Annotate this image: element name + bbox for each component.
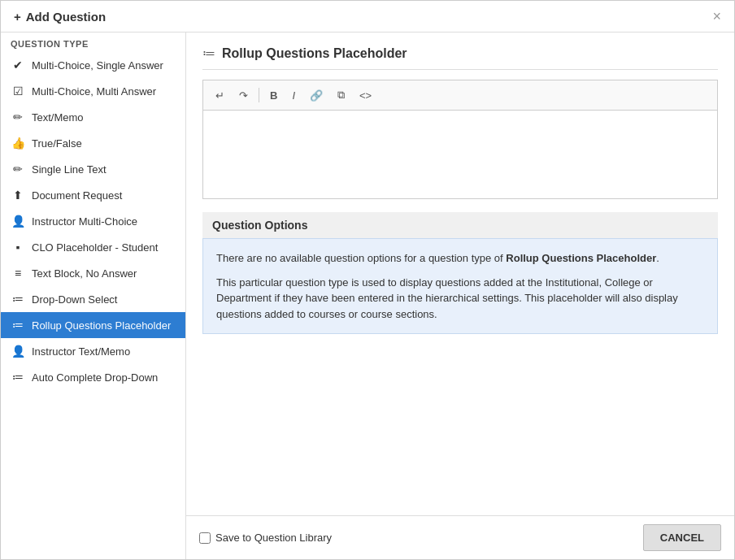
add-icon: + [14, 10, 21, 24]
sidebar: QUESTION TYPE ✔Multi-Choice, Single Answ… [1, 33, 186, 559]
sidebar-item-multi-choice-single[interactable]: ✔Multi-Choice, Single Answer [1, 52, 185, 78]
add-question-modal: + Add Question × QUESTION TYPE ✔Multi-Ch… [0, 0, 735, 560]
question-title-icon: ≔ [202, 46, 215, 61]
sidebar-item-single-line-text[interactable]: ✏Single Line Text [1, 156, 185, 182]
sidebar-label-auto-complete-dropdown: Auto Complete Drop-Down [32, 371, 158, 384]
question-options-header: Question Options [202, 212, 718, 238]
link-button[interactable]: 🔗 [304, 86, 328, 105]
sidebar-label-single-line-text: Single Line Text [32, 163, 107, 176]
sidebar-icon-true-false: 👍 [11, 136, 25, 150]
sidebar-item-true-false[interactable]: 👍True/False [1, 130, 185, 156]
modal-title: + Add Question [14, 10, 106, 24]
cancel-button[interactable]: CANCEL [643, 524, 721, 551]
sidebar-label-instructor-text-memo: Instructor Text/Memo [32, 345, 130, 358]
editor-area[interactable] [202, 110, 718, 199]
sidebar-item-instructor-multi-choice[interactable]: 👤Instructor Multi-Choice [1, 208, 185, 234]
sidebar-label-rollup-questions-placeholder: Rollup Questions Placeholder [32, 319, 171, 332]
modal-body: QUESTION TYPE ✔Multi-Choice, Single Answ… [1, 33, 734, 559]
sidebar-label-text-block-no-answer: Text Block, No Answer [32, 267, 137, 280]
question-title-text: Rollup Questions Placeholder [222, 46, 407, 61]
sidebar-icon-instructor-text-memo: 👤 [11, 344, 25, 358]
modal-header: + Add Question × [1, 1, 734, 33]
sidebar-label-true-false: True/False [32, 137, 82, 150]
copy-button[interactable]: ⧉ [332, 85, 350, 105]
sidebar-item-dropdown-select[interactable]: ≔Drop-Down Select [1, 286, 185, 312]
sidebar-item-instructor-text-memo[interactable]: 👤Instructor Text/Memo [1, 338, 185, 364]
sidebar-label-text-memo: Text/Memo [32, 111, 84, 124]
info-line-1: There are no available question options … [216, 250, 704, 267]
sidebar-item-rollup-questions-placeholder[interactable]: ≔Rollup Questions Placeholder [1, 312, 185, 338]
sidebar-item-multi-choice-multi[interactable]: ☑Multi-Choice, Multi Answer [1, 78, 185, 104]
sidebar-item-document-request[interactable]: ⬆Document Request [1, 182, 185, 208]
question-title-bar: ≔ Rollup Questions Placeholder [202, 46, 718, 70]
save-library-label: Save to Question Library [215, 532, 332, 544]
close-button[interactable]: × [712, 9, 721, 24]
sidebar-icon-rollup-questions-placeholder: ≔ [11, 318, 25, 332]
sidebar-icon-dropdown-select: ≔ [11, 292, 25, 306]
content-area: ≔ Rollup Questions Placeholder ↵ ↷ B I 🔗… [186, 33, 734, 559]
sidebar-items: ✔Multi-Choice, Single Answer☑Multi-Choic… [1, 52, 185, 390]
redo-button[interactable]: ↷ [233, 86, 254, 105]
sidebar-label-document-request: Document Request [32, 189, 122, 202]
sidebar-label-dropdown-select: Drop-Down Select [32, 293, 118, 306]
content-main: ≔ Rollup Questions Placeholder ↵ ↷ B I 🔗… [186, 33, 734, 515]
sidebar-label-multi-choice-single: Multi-Choice, Single Answer [32, 59, 163, 72]
sidebar-item-clo-placeholder-student[interactable]: ▪CLO Placeholder - Student [1, 234, 185, 260]
sidebar-label-clo-placeholder-student: CLO Placeholder - Student [32, 241, 158, 254]
sidebar-item-text-memo[interactable]: ✏Text/Memo [1, 104, 185, 130]
save-library-section: Save to Question Library [199, 532, 332, 544]
sidebar-item-auto-complete-dropdown[interactable]: ≔Auto Complete Drop-Down [1, 364, 185, 390]
save-library-checkbox[interactable] [199, 532, 211, 544]
sidebar-icon-auto-complete-dropdown: ≔ [11, 370, 25, 384]
sidebar-icon-multi-choice-single: ✔ [11, 58, 25, 72]
bold-button[interactable]: B [264, 86, 283, 105]
modal-footer: Save to Question Library CANCEL [186, 515, 734, 559]
sidebar-icon-text-memo: ✏ [11, 110, 25, 124]
sidebar-icon-clo-placeholder-student: ▪ [11, 240, 25, 254]
sidebar-section-title: QUESTION TYPE [1, 33, 185, 52]
sidebar-item-text-block-no-answer[interactable]: ≡Text Block, No Answer [1, 260, 185, 286]
sidebar-icon-text-block-no-answer: ≡ [11, 266, 25, 280]
sidebar-label-instructor-multi-choice: Instructor Multi-Choice [32, 215, 137, 228]
info-box: There are no available question options … [202, 238, 718, 334]
sidebar-icon-document-request: ⬆ [11, 188, 25, 202]
italic-button[interactable]: I [286, 86, 301, 105]
sidebar-icon-multi-choice-multi: ☑ [11, 84, 25, 98]
editor-toolbar: ↵ ↷ B I 🔗 ⧉ <> [202, 80, 718, 110]
sidebar-label-multi-choice-multi: Multi-Choice, Multi Answer [32, 85, 156, 98]
info-line-2: This particular question type is used to… [216, 275, 704, 323]
toolbar-divider-1 [259, 88, 259, 102]
code-button[interactable]: <> [354, 86, 377, 105]
sidebar-icon-instructor-multi-choice: 👤 [11, 214, 25, 228]
sidebar-icon-single-line-text: ✏ [11, 162, 25, 176]
undo-button[interactable]: ↵ [210, 86, 230, 105]
